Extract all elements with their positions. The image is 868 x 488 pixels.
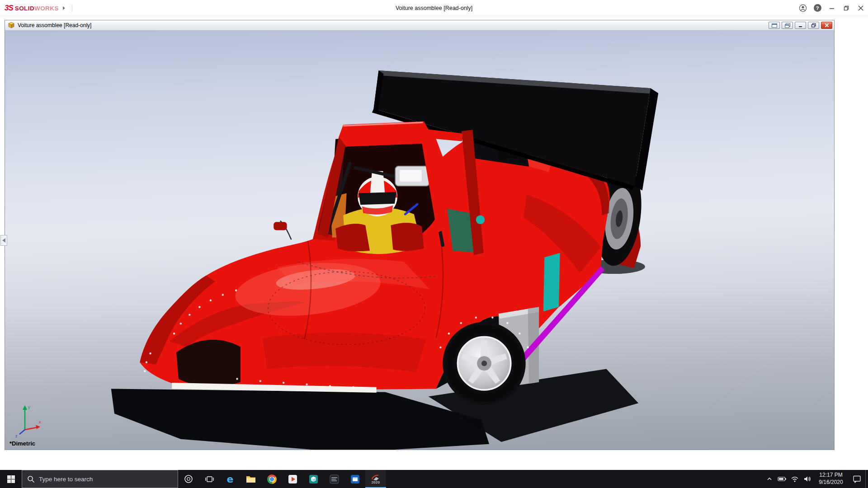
cortana-icon	[184, 474, 193, 483]
doc-minimize-button[interactable]	[795, 22, 806, 29]
dassault-3s-icon: 3S	[5, 4, 13, 13]
edge-button[interactable]: e	[220, 470, 241, 488]
solidworks-app-icon	[371, 474, 380, 481]
triad-y-label: y	[28, 405, 30, 409]
panel-collapse-arrow[interactable]	[0, 235, 7, 246]
edge-icon: e	[227, 474, 234, 485]
network-button[interactable]	[788, 470, 801, 488]
edrawings-icon	[309, 474, 318, 484]
battery-icon	[778, 475, 787, 483]
tray-expand-button[interactable]	[763, 470, 776, 488]
doc-restore-button[interactable]	[808, 22, 819, 29]
wifi-icon	[790, 475, 799, 483]
volume-button[interactable]	[801, 470, 814, 488]
action-center-button[interactable]	[848, 470, 865, 488]
close-icon	[858, 5, 864, 11]
window-cascade-icon	[784, 23, 791, 28]
triad-x-label: x	[39, 420, 41, 424]
brand-wordmark: SOLIDWORKS	[15, 5, 59, 12]
clock-date: 9/16/2020	[814, 479, 848, 486]
show-desktop-button[interactable]	[865, 470, 868, 488]
help-button[interactable]: ?	[810, 0, 825, 16]
app-logo-area: 3S SOLIDWORKS	[5, 4, 72, 13]
blue-app-icon	[350, 474, 360, 484]
console-app-button[interactable]	[324, 470, 344, 488]
screen: 3S SOLIDWORKS Voiture assomblee [Read-on…	[0, 0, 868, 488]
clock-time: 12:17 PM	[814, 472, 848, 479]
chevron-left-icon	[2, 238, 5, 243]
action-center-icon	[853, 475, 861, 483]
solidworks-logo-icon: 3S SOLIDWORKS	[5, 4, 59, 13]
solidworks-taskbar-button[interactable]: 2020	[365, 470, 386, 488]
document-window-controls	[769, 22, 832, 29]
task-view-button[interactable]	[199, 470, 220, 488]
side-mirror-left	[274, 222, 287, 230]
car-model-render	[5, 31, 834, 450]
rear-left-wheel	[443, 322, 525, 404]
titlebar-divider	[72, 5, 72, 12]
task-view-icon	[205, 474, 214, 484]
system-tray: 12:17 PM 9/16/2020	[763, 470, 868, 488]
maximize-button[interactable]	[839, 0, 854, 16]
blue-app-button[interactable]	[344, 470, 365, 488]
doc-window-tile-button[interactable]	[769, 22, 780, 29]
window-title: Voiture assomblee [Read-only]	[396, 5, 472, 11]
search-input[interactable]	[39, 476, 173, 483]
help-icon: ?	[814, 4, 821, 12]
search-icon	[27, 475, 35, 483]
window-controls: ?	[796, 0, 868, 16]
window-tile-icon	[771, 23, 778, 28]
doc-restore-icon	[811, 23, 816, 28]
taskbar-clock[interactable]: 12:17 PM 9/16/2020	[814, 470, 848, 488]
file-explorer-icon	[246, 475, 256, 483]
battery-button[interactable]	[776, 470, 788, 488]
doc-window-cascade-button[interactable]	[782, 22, 793, 29]
cortana-button[interactable]	[178, 470, 199, 488]
chrome-button[interactable]	[261, 470, 282, 488]
start-button[interactable]	[0, 470, 22, 488]
chevron-up-icon	[766, 476, 773, 482]
windows-logo-icon	[7, 475, 15, 483]
doc-close-icon	[824, 23, 830, 28]
edrawings-button[interactable]	[303, 470, 324, 488]
view-orientation-label: *Dimetric	[9, 440, 35, 447]
rear-view-mirror	[395, 166, 429, 186]
speaker-icon	[803, 475, 812, 483]
file-explorer-button[interactable]	[241, 470, 261, 488]
doc-close-button[interactable]	[821, 22, 832, 29]
solidworks-version-badge: 2020	[372, 481, 380, 484]
media-player-icon	[288, 474, 297, 484]
account-button[interactable]	[796, 0, 810, 16]
orientation-triad: y x z	[14, 402, 43, 438]
triad-z-label: z	[15, 434, 18, 438]
document-window: Voiture assomblee [Read-only]	[5, 20, 835, 450]
taskbar-search[interactable]	[22, 470, 178, 488]
document-titlebar[interactable]: Voiture assomblee [Read-only]	[5, 20, 834, 31]
document-title: Voiture assomblee [Read-only]	[18, 22, 91, 28]
account-icon	[799, 4, 807, 12]
taskbar: e	[0, 470, 868, 488]
close-button[interactable]	[854, 0, 868, 16]
minimize-button[interactable]	[825, 0, 839, 16]
minimize-icon	[829, 5, 835, 11]
media-player-button[interactable]	[282, 470, 303, 488]
menu-expand-arrow-icon[interactable]	[63, 6, 65, 10]
restore-icon	[843, 5, 849, 11]
viewport-3d[interactable]: y x z *Dimetric	[5, 31, 834, 450]
chrome-icon	[267, 474, 277, 484]
app-titlebar: 3S SOLIDWORKS Voiture assomblee [Read-on…	[0, 0, 868, 16]
doc-minimize-icon	[798, 23, 803, 28]
assembly-icon	[8, 22, 15, 29]
console-app-icon	[330, 474, 339, 484]
